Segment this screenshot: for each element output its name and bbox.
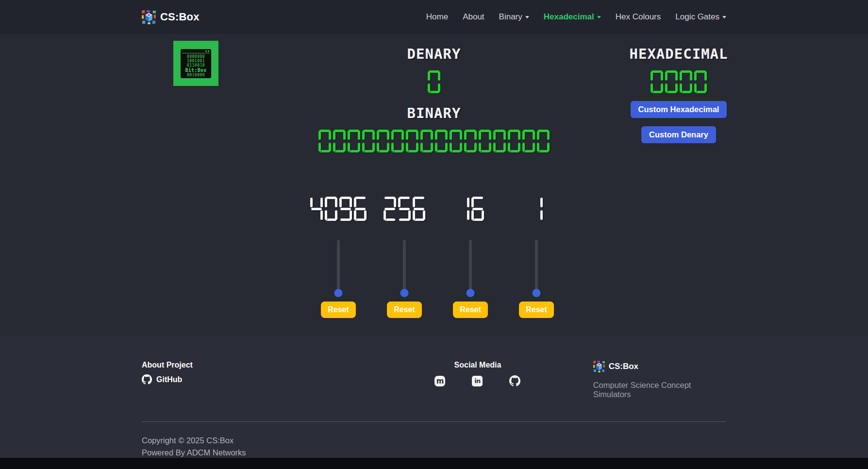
mastodon-glyph: m (436, 377, 444, 385)
hexadecimal-value-display (601, 70, 756, 93)
hexadecimal-panel: HEXADECIMAL Custom Hexadecimal Custom De… (601, 46, 756, 143)
footer-about-column: About Project GitHub (142, 361, 336, 399)
reset-button-256[interactable]: Reset (387, 302, 422, 318)
reset-button-16[interactable]: Reset (453, 302, 488, 318)
hex-digit-slider-256[interactable] (403, 240, 406, 291)
slider-column-4096: Reset (305, 197, 371, 318)
custom-hexadecimal-button[interactable]: Custom Hexadecimal (631, 101, 727, 118)
nav-links: Home About Binary Hexadecimal Hex Colour… (426, 12, 726, 22)
nav-item-binary[interactable]: Binary (499, 12, 529, 22)
slider-thumb[interactable] (467, 289, 475, 297)
window-dot-icon (205, 50, 207, 52)
linkedin-glyph: in (474, 377, 481, 385)
about-project-heading: About Project (142, 361, 336, 369)
social-media-heading: Social Media (424, 361, 531, 369)
footer-brand-row: CS:Box (593, 361, 726, 372)
bottom-strip (0, 458, 868, 469)
hex-digit-slider-4096[interactable] (337, 240, 340, 291)
place-value-1 (529, 197, 544, 221)
custom-denary-button[interactable]: Custom Denary (641, 126, 716, 143)
nav-item-logic-gates-label: Logic Gates (675, 12, 719, 21)
csbox-cube-logo-icon (593, 361, 605, 372)
caret-down-icon (597, 16, 601, 18)
main-content: 0000000 1001001 0110010 Bit:Box 0010000 … (0, 34, 868, 336)
place-value-256 (383, 197, 426, 221)
slider-column-256: Reset (371, 197, 437, 318)
denary-value-display (313, 70, 555, 93)
bitbox-binary-row: 1001001 (182, 59, 210, 63)
mastodon-icon[interactable]: m (434, 376, 445, 386)
brand-name: CS:Box (160, 11, 200, 23)
social-icons-row: m in (424, 375, 531, 386)
bitbox-window: 0000000 1001001 0110010 Bit:Box 0010000 (181, 49, 211, 78)
caret-down-icon (722, 16, 726, 18)
nav-item-binary-label: Binary (499, 12, 522, 21)
slider-thumb[interactable] (334, 289, 343, 297)
copyright-block: Copyright © 2025 CS:Box Powered By ADCM … (142, 435, 726, 459)
footer-columns: About Project GitHub Social Media m in (142, 361, 726, 399)
brand-link[interactable]: CS:Box (142, 10, 200, 24)
nav-item-hexadecimal[interactable]: Hexadecimal (544, 12, 601, 22)
bitbox-logo-image: 0000000 1001001 0110010 Bit:Box 0010000 (173, 41, 218, 86)
hex-digit-slider-16[interactable] (469, 240, 472, 291)
nav-item-home[interactable]: Home (426, 12, 448, 22)
slider-column-1: Reset (503, 197, 569, 318)
bitbox-titlebar (182, 50, 210, 53)
navbar-inner: CS:Box Home About Binary Hexadecimal Hex… (142, 10, 726, 24)
denary-heading: DENARY (313, 46, 555, 62)
github-social-link[interactable] (509, 375, 520, 386)
footer-social-column: Social Media m in (336, 361, 531, 399)
reset-button-4096[interactable]: Reset (321, 302, 356, 318)
footer-tagline: Computer Science Concept Simulators (593, 381, 726, 399)
window-dot-icon (208, 50, 209, 52)
reset-button-1[interactable]: Reset (519, 302, 554, 318)
csbox-cube-logo-icon (142, 10, 156, 24)
nav-item-about[interactable]: About (463, 12, 484, 22)
copyright-line: Copyright © 2025 CS:Box (142, 435, 726, 447)
nav-item-hex-colours[interactable]: Hex Colours (616, 12, 661, 22)
linkedin-icon[interactable]: in (472, 376, 483, 386)
page: CS:Box Home About Binary Hexadecimal Hex… (0, 0, 868, 469)
slider-thumb[interactable] (401, 289, 409, 297)
nav-item-hexadecimal-label: Hexadecimal (544, 12, 594, 21)
navbar: CS:Box Home About Binary Hexadecimal Hex… (0, 0, 868, 34)
footer-divider (142, 421, 726, 422)
place-value-16 (456, 197, 485, 221)
powered-by-line: Powered By ADCM Networks (142, 447, 726, 459)
slider-thumb[interactable] (533, 289, 541, 297)
binary-value-display (313, 130, 555, 152)
footer-brand-column: CS:Box Computer Science Concept Simulato… (532, 361, 726, 399)
hex-digit-slider-1[interactable] (535, 240, 538, 291)
nav-item-logic-gates[interactable]: Logic Gates (675, 12, 726, 22)
github-link-label: GitHub (156, 375, 182, 384)
footer-brand-name: CS:Box (609, 362, 638, 371)
slider-column-16: Reset (437, 197, 503, 318)
sliders-row: Reset Reset Reset (3, 197, 868, 318)
github-octocat-icon (142, 374, 152, 385)
bitbox-binary-row: 0010000 (182, 73, 210, 77)
bitbox-binary-row: 0110010 (182, 63, 210, 67)
place-value-4096 (309, 197, 367, 221)
hexadecimal-heading: HEXADECIMAL (601, 46, 756, 62)
caret-down-icon (525, 16, 529, 18)
binary-heading: BINARY (313, 105, 555, 121)
bitbox-binary-row: 0000000 (182, 54, 210, 59)
denary-binary-panel: DENARY BINARY (313, 46, 555, 152)
footer: About Project GitHub Social Media m in (0, 336, 868, 458)
github-repo-link[interactable]: GitHub (142, 374, 182, 385)
footer-inner: About Project GitHub Social Media m in (142, 336, 726, 459)
github-icon (509, 375, 520, 386)
bitbox-label: Bit:Box (182, 67, 210, 73)
